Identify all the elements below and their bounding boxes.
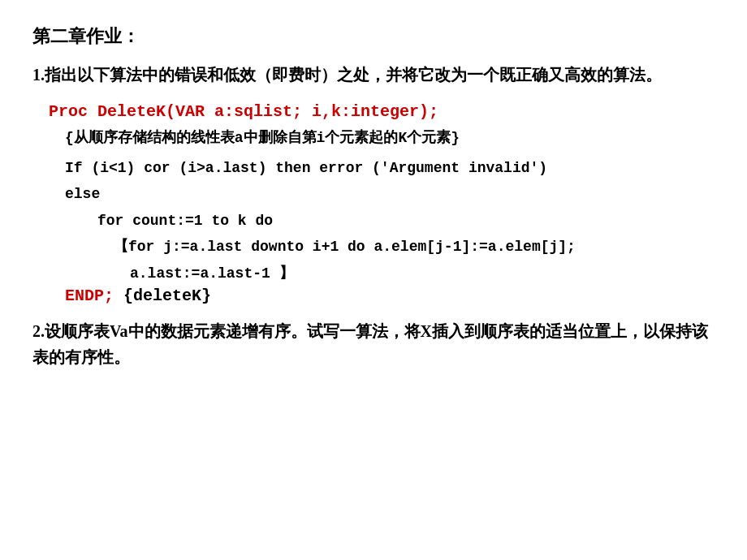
- for-outer-line: for count:=1 to k do: [97, 208, 715, 234]
- problem2-description: 2.设顺序表Va中的数据元素递增有序。试写一算法，将X插入到顺序表的适当位置上，…: [32, 318, 715, 370]
- endp-keyword: ENDP;: [65, 286, 114, 305]
- if-line: If (i<1) cor (i>a.last) then error ('Arg…: [65, 155, 715, 181]
- proc-line: Proc DeleteK(VAR a:sqlist; i,k:integer);: [49, 102, 715, 121]
- endp-comment: {deleteK}: [123, 286, 211, 305]
- page-title: 第二章作业：: [32, 24, 715, 49]
- comment-line: {从顺序存储结构的线性表a中删除自第i个元素起的K个元素}: [65, 127, 715, 147]
- last-assign-line: a.last:=a.last-1 】: [130, 261, 715, 286]
- problem1-description: 1.指出以下算法中的错误和低效（即费时）之处，并将它改为一个既正确又高效的算法。: [32, 62, 715, 88]
- for-inner-line: 【for j:=a.last downto i+1 do a.elem[j-1]…: [114, 234, 715, 260]
- page-container: 第二章作业： 1.指出以下算法中的错误和低效（即费时）之处，并将它改为一个既正确…: [0, 0, 747, 560]
- else-line: else: [65, 181, 715, 207]
- code-block: Proc DeleteK(VAR a:sqlist; i,k:integer);…: [49, 102, 715, 305]
- endp-line: ENDP; {deleteK}: [65, 286, 715, 305]
